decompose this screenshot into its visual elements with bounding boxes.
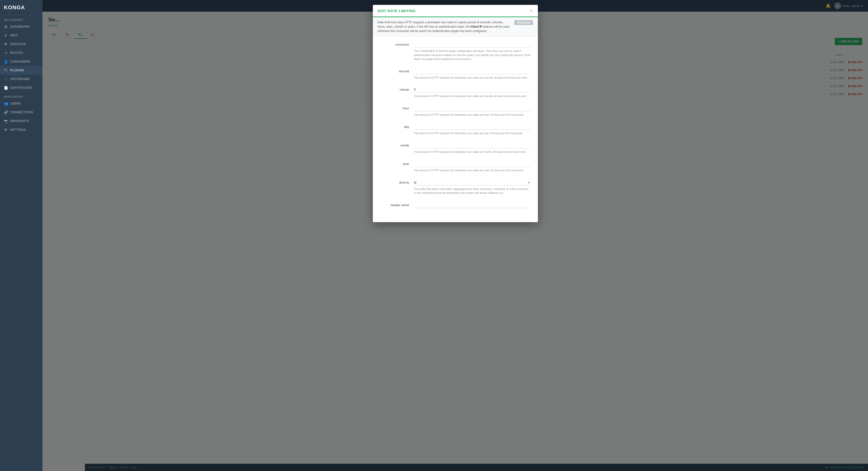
- limit-by-field: consumer credential ip The entity that w…: [414, 179, 531, 195]
- limit-by-select[interactable]: consumer credential ip: [414, 179, 531, 186]
- sidebar-item-label: SETTINGS: [10, 128, 26, 131]
- info-icon: ℹ: [4, 33, 8, 37]
- sidebar-item-connections[interactable]: 🔗 CONNECTIONS: [0, 108, 42, 117]
- sidebar-item-services[interactable]: ⚙ SERVICES: [0, 40, 42, 48]
- second-label: second: [380, 68, 409, 73]
- sidebar-item-label: CONSUMERS: [10, 60, 30, 63]
- year-field: The amount of HTTP requests the develope…: [414, 161, 531, 172]
- month-field-row: month The amount of HTTP requests the de…: [380, 142, 531, 154]
- modal-title: EDIT RATE LIMITING: [378, 9, 416, 13]
- year-input[interactable]: [414, 161, 531, 167]
- day-input[interactable]: [414, 124, 531, 130]
- month-input[interactable]: [414, 142, 531, 148]
- modal-description-text: Rate limit how many HTTP requests a deve…: [378, 20, 511, 33]
- app-name: KONGA: [4, 4, 25, 10]
- sidebar-item-upstreams[interactable]: ↑ UPSTREAMS: [0, 75, 42, 83]
- year-field-row: year The amount of HTTP requests the dev…: [380, 161, 531, 172]
- hour-hint: The amount of HTTP requests the develope…: [414, 113, 531, 117]
- disabled-badge: DISABLED: [514, 20, 533, 25]
- hour-field-row: hour The amount of HTTP requests the dev…: [380, 105, 531, 117]
- sidebar-item-label: SNAPSHOTS: [10, 119, 29, 123]
- sidebar-logo: KONGA: [0, 0, 42, 15]
- upstreams-icon: ↑: [4, 77, 8, 81]
- limit-by-field-row: limit by consumer credential ip The enti…: [380, 179, 531, 195]
- sidebar-item-label: CERTIFICATES: [10, 86, 33, 90]
- users-icon: 👥: [4, 102, 8, 105]
- consumers-icon: 👤: [4, 60, 8, 64]
- minute-field-row: minute The amount of HTTP requests the d…: [380, 86, 531, 98]
- minute-field: The amount of HTTP requests the develope…: [414, 86, 531, 98]
- main-area: 🔔 Hello, admin ▾ Se... service... Se... …: [42, 0, 868, 471]
- sidebar-item-dashboard[interactable]: ⊞ DASHBOARD: [0, 22, 42, 31]
- day-hint: The amount of HTTP requests the develope…: [414, 131, 531, 135]
- sidebar-item-label: PLUGINS: [10, 69, 24, 72]
- modal-backdrop: EDIT RATE LIMITING × Rate limit how many…: [42, 0, 868, 471]
- modal-body: consumer The CONSUMER ID that this plugi…: [373, 36, 538, 222]
- minute-label: minute: [380, 86, 409, 92]
- sidebar-item-label: UPSTREAMS: [10, 77, 29, 81]
- client-ip-bold: Client IP: [470, 25, 482, 28]
- services-icon: ⚙: [4, 42, 8, 46]
- month-label: month: [380, 142, 409, 147]
- second-hint: The amount of HTTP requests the develope…: [414, 76, 531, 80]
- sidebar-item-label: USERS: [10, 102, 21, 105]
- consumer-field-row: consumer The CONSUMER ID that this plugi…: [380, 41, 531, 61]
- header-name-field: [414, 202, 531, 208]
- snapshots-icon: 📷: [4, 119, 8, 123]
- header-name-input[interactable]: [414, 202, 531, 208]
- modal-description-bar: Rate limit how many HTTP requests a deve…: [373, 17, 538, 36]
- routes-icon: ↗: [4, 51, 8, 55]
- dashboard-icon: ⊞: [4, 25, 8, 29]
- edit-rate-limiting-modal: EDIT RATE LIMITING × Rate limit how many…: [373, 5, 538, 222]
- consumer-hint: The CONSUMER ID that this plugin configu…: [414, 49, 531, 61]
- hour-label: hour: [380, 105, 409, 110]
- day-label: day: [380, 124, 409, 129]
- plugins-icon: 🔌: [4, 68, 8, 72]
- day-field-row: day The amount of HTTP requests the deve…: [380, 124, 531, 135]
- sidebar-item-label: CONNECTIONS: [10, 110, 33, 114]
- day-field: The amount of HTTP requests the develope…: [414, 124, 531, 135]
- sidebar-item-snapshots[interactable]: 📷 SNAPSHOTS: [0, 117, 42, 125]
- settings-icon: ⚙: [4, 128, 8, 132]
- limit-by-label: limit by: [380, 179, 409, 184]
- second-field-row: second The amount of HTTP requests the d…: [380, 68, 531, 80]
- minute-input[interactable]: [414, 86, 531, 93]
- minute-hint: The amount of HTTP requests the develope…: [414, 94, 531, 98]
- header-name-field-row: header name: [380, 202, 531, 208]
- api-gateway-section-label: API GATEWAY: [0, 15, 42, 22]
- sidebar-item-users[interactable]: 👥 USERS: [0, 99, 42, 108]
- application-section-label: APPLICATION: [0, 92, 42, 99]
- month-field: The amount of HTTP requests the develope…: [414, 142, 531, 154]
- second-input[interactable]: [414, 68, 531, 74]
- sidebar-item-info[interactable]: ℹ INFO: [0, 31, 42, 40]
- certificates-icon: 📄: [4, 86, 8, 90]
- month-hint: The amount of HTTP requests the develope…: [414, 150, 531, 154]
- consumer-field: The CONSUMER ID that this plugin configu…: [414, 41, 531, 61]
- consumer-input[interactable]: [414, 41, 531, 47]
- sidebar-item-settings[interactable]: ⚙ SETTINGS: [0, 125, 42, 134]
- sidebar-item-consumers[interactable]: 👤 CONSUMERS: [0, 57, 42, 66]
- sidebar-item-label: INFO: [10, 34, 18, 37]
- year-label: year: [380, 161, 409, 166]
- sidebar: KONGA API GATEWAY ⊞ DASHBOARD ℹ INFO ⚙ S…: [0, 0, 42, 471]
- header-name-label: header name: [380, 202, 409, 207]
- hour-input[interactable]: [414, 105, 531, 111]
- sidebar-item-plugins[interactable]: 🔌 PLUGINS: [0, 66, 42, 75]
- sidebar-item-routes[interactable]: ↗ ROUTES: [0, 48, 42, 57]
- year-hint: The amount of HTTP requests the develope…: [414, 168, 531, 172]
- sidebar-item-label: DASHBOARD: [10, 25, 30, 28]
- modal-close-button[interactable]: ×: [530, 8, 533, 13]
- sidebar-item-label: SERVICES: [10, 42, 26, 46]
- limit-by-select-wrap: consumer credential ip: [414, 179, 531, 186]
- consumer-label: consumer: [380, 41, 409, 46]
- sidebar-item-certificates[interactable]: 📄 CERTIFICATES: [0, 83, 42, 92]
- second-field: The amount of HTTP requests the develope…: [414, 68, 531, 80]
- connections-icon: 🔗: [4, 110, 8, 114]
- modal-header: EDIT RATE LIMITING ×: [373, 5, 538, 17]
- hour-field: The amount of HTTP requests the develope…: [414, 105, 531, 117]
- sidebar-item-label: ROUTES: [10, 51, 23, 55]
- limit-by-hint: The entity that will be used when aggreg…: [414, 187, 531, 195]
